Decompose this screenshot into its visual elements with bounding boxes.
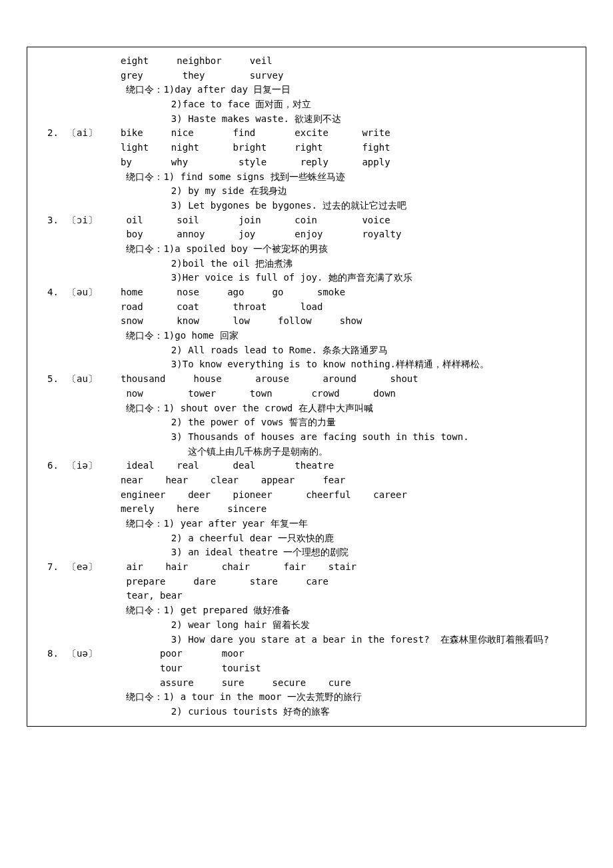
text-line: 2)boil the oil 把油煮沸 bbox=[27, 257, 586, 271]
line-text: bike nice find excite write bbox=[121, 127, 390, 138]
line-text: 2) All roads lead to Rome. 条条大路通罗马 bbox=[121, 345, 388, 355]
line-text: oil soil join coin voice bbox=[121, 215, 390, 225]
text-line: 2) a cheerful dear 一只欢快的鹿 bbox=[27, 531, 586, 546]
text-line: 绕口令：1) find some signs 找到一些蛛丝马迹 bbox=[27, 170, 586, 185]
text-line: 绕口令：1)a spoiled boy 一个被宠坏的男孩 bbox=[27, 242, 586, 257]
line-text: tear, bear bbox=[121, 590, 183, 601]
line-text: 3) How dare you stare at a bear in the f… bbox=[121, 634, 549, 645]
text-line: 3) How dare you stare at a bear in the f… bbox=[27, 633, 586, 647]
line-text: 这个镇上由几千栋房子是朝南的。 bbox=[121, 446, 328, 457]
line-text: 2) the power of vows 誓言的力量 bbox=[121, 417, 336, 427]
text-line: 6.〔iə〕 ideal real deal theatre bbox=[27, 459, 586, 473]
text-line: 2)face to face 面对面，对立 bbox=[27, 97, 586, 112]
text-line: 8.〔uə〕 poor moor bbox=[27, 647, 586, 661]
line-text: 3)Her voice is full of joy. 她的声音充满了欢乐 bbox=[121, 272, 412, 283]
text-line: 绕口令：1) year after year 年复一年 bbox=[27, 517, 586, 531]
text-line: light night bright right fight bbox=[27, 141, 586, 155]
line-text: road coat throat load bbox=[121, 301, 322, 312]
line-text: poor moor bbox=[121, 648, 244, 659]
line-text: grey they survey bbox=[121, 70, 283, 81]
line-text: air hair chair fair stair bbox=[121, 561, 356, 572]
text-line: 这个镇上由几千栋房子是朝南的。 bbox=[27, 445, 586, 459]
text-line: prepare dare stare care bbox=[27, 575, 586, 589]
phonetic-symbol: 〔eə〕 bbox=[67, 560, 121, 575]
line-text: 绕口令：1) a tour in the moor 一次去荒野的旅行 bbox=[121, 691, 362, 702]
text-line: engineer deer pioneer cheerful career bbox=[27, 488, 586, 503]
section-number: 8. bbox=[47, 647, 67, 661]
text-line: 2.〔ai〕bike nice find excite write bbox=[27, 126, 586, 141]
line-text: 2) wear long hair 留着长发 bbox=[121, 619, 310, 630]
text-line: 5.〔au〕thousand house arouse around shout bbox=[27, 372, 586, 387]
line-text: 3)To know everything is to know nothing.… bbox=[121, 359, 489, 369]
text-line: 2) curious tourists 好奇的旅客 bbox=[27, 705, 586, 719]
section-number: 6. bbox=[47, 459, 67, 473]
line-text: 绕口令：1)a spoiled boy 一个被宠坏的男孩 bbox=[121, 243, 328, 254]
text-line: 3) Thousands of houses are facing south … bbox=[27, 430, 586, 445]
line-text: 3) Thousands of houses are facing south … bbox=[121, 431, 469, 442]
text-line: road coat throat load bbox=[27, 300, 586, 315]
text-line: assure sure secure cure bbox=[27, 676, 586, 691]
text-line: grey they survey bbox=[27, 69, 586, 83]
text-line: 2) the power of vows 誓言的力量 bbox=[27, 415, 586, 430]
phonetic-symbol: 〔ɔi〕 bbox=[67, 213, 121, 228]
text-line: 绕口令：1)day after day 日复一日 bbox=[27, 83, 586, 97]
text-line: eight neighbor veil bbox=[27, 54, 586, 69]
line-text: 绕口令：1)go home 回家 bbox=[121, 330, 239, 341]
phonetic-symbol: 〔ai〕 bbox=[67, 126, 121, 141]
document-page: eight neighbor veilgrey they survey 绕口令：… bbox=[27, 47, 586, 727]
text-line: 绕口令：1)go home 回家 bbox=[27, 329, 586, 343]
text-line: 3)Her voice is full of joy. 她的声音充满了欢乐 bbox=[27, 271, 586, 285]
section-number: 3. bbox=[47, 213, 67, 228]
text-line: near hear clear appear fear bbox=[27, 473, 586, 488]
phonetic-symbol: 〔əu〕 bbox=[67, 285, 121, 300]
line-text: 绕口令：1) get prepared 做好准备 bbox=[121, 605, 291, 615]
line-text: light night bright right fight bbox=[121, 142, 390, 153]
section-number: 5. bbox=[47, 372, 67, 387]
text-line: 2) All roads lead to Rome. 条条大路通罗马 bbox=[27, 343, 586, 358]
text-line: tear, bear bbox=[27, 589, 586, 603]
line-text: near hear clear appear fear bbox=[121, 475, 345, 485]
text-line: tour tourist bbox=[27, 661, 586, 676]
text-line: boy annoy joy enjoy royalty bbox=[27, 227, 586, 242]
line-text: 绕口令：1) find some signs 找到一些蛛丝马迹 bbox=[121, 171, 345, 182]
line-text: boy annoy joy enjoy royalty bbox=[121, 229, 401, 239]
phonetic-symbol: 〔iə〕 bbox=[67, 459, 121, 473]
phonetic-symbol: 〔au〕 bbox=[67, 372, 121, 387]
line-text: now tower town crowd down bbox=[121, 388, 396, 399]
section-number: 2. bbox=[47, 126, 67, 141]
line-text: engineer deer pioneer cheerful career bbox=[121, 489, 407, 500]
text-line: 绕口令：1) get prepared 做好准备 bbox=[27, 603, 586, 618]
section-number: 4. bbox=[47, 285, 67, 300]
text-line: 3) Haste makes waste. 欲速则不达 bbox=[27, 112, 586, 127]
line-text: tour tourist bbox=[121, 663, 261, 673]
text-line: 3) an ideal theatre 一个理想的剧院 bbox=[27, 545, 586, 560]
line-text: 绕口令：1)day after day 日复一日 bbox=[121, 84, 291, 95]
text-line: 3) Let bygones be bygones. 过去的就让它过去吧 bbox=[27, 199, 586, 213]
line-text: 3) Haste makes waste. 欲速则不达 bbox=[121, 113, 341, 124]
text-line: 4.〔əu〕home nose ago go smoke bbox=[27, 285, 586, 300]
line-text: eight neighbor veil bbox=[121, 55, 273, 66]
line-text: 3) an ideal theatre 一个理想的剧院 bbox=[121, 547, 348, 557]
text-line: by why style reply apply bbox=[27, 155, 586, 170]
text-line: now tower town crowd down bbox=[27, 387, 586, 401]
line-text: ideal real deal theatre bbox=[121, 460, 334, 471]
line-text: 2) curious tourists 好奇的旅客 bbox=[121, 706, 330, 717]
line-text: by why style reply apply bbox=[121, 157, 390, 167]
text-line: merely here sincere bbox=[27, 502, 586, 517]
line-text: 2) by my side 在我身边 bbox=[121, 185, 287, 196]
text-line: 绕口令：1) shout over the crowd 在人群中大声叫喊 bbox=[27, 401, 586, 416]
section-number: 7. bbox=[47, 560, 67, 575]
line-text: 绕口令：1) year after year 年复一年 bbox=[121, 518, 308, 529]
line-text: thousand house arouse around shout bbox=[121, 373, 418, 384]
line-text: 2)boil the oil 把油煮沸 bbox=[121, 258, 293, 269]
line-text: snow know low follow show bbox=[121, 315, 362, 326]
line-text: 绕口令：1) shout over the crowd 在人群中大声叫喊 bbox=[121, 403, 373, 413]
text-line: 7.〔eə〕 air hair chair fair stair bbox=[27, 560, 586, 575]
line-text: assure sure secure cure bbox=[121, 677, 351, 688]
text-line: 2) wear long hair 留着长发 bbox=[27, 618, 586, 633]
text-line: 2) by my side 在我身边 bbox=[27, 184, 586, 199]
phonetic-symbol: 〔uə〕 bbox=[67, 647, 121, 661]
line-text: 3) Let bygones be bygones. 过去的就让它过去吧 bbox=[121, 200, 406, 211]
text-line: 绕口令：1) a tour in the moor 一次去荒野的旅行 bbox=[27, 690, 586, 705]
line-text: merely here sincere bbox=[121, 503, 267, 514]
